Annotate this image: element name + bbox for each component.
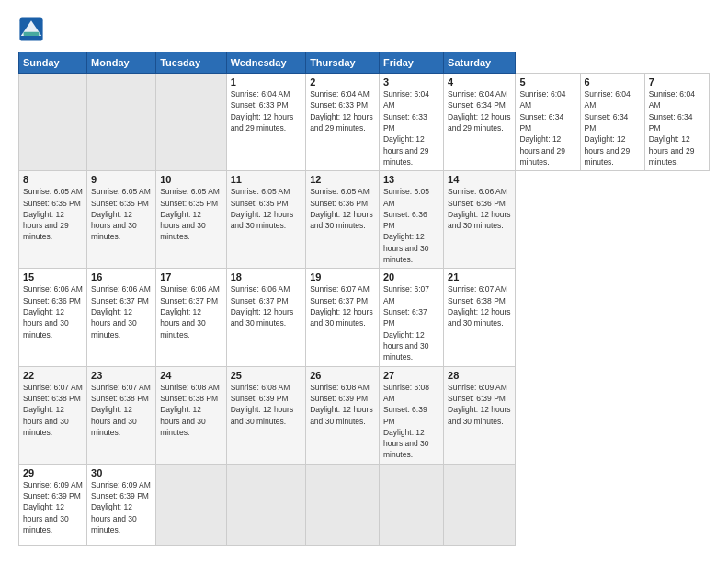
calendar-empty [306, 464, 380, 545]
day-info: Sunrise: 6:07 AMSunset: 6:38 PMDaylight:… [448, 283, 511, 328]
calendar-empty [156, 74, 226, 171]
day-number: 14 [448, 174, 511, 185]
day-info: Sunrise: 6:08 AMSunset: 6:39 PMDaylight:… [231, 382, 302, 427]
calendar-day-11: 11 Sunrise: 6:05 AMSunset: 6:35 PMDaylig… [226, 171, 306, 269]
calendar-week-4: 29 Sunrise: 6:09 AMSunset: 6:39 PMDaylig… [19, 464, 710, 545]
day-number: 21 [448, 271, 511, 282]
calendar-day-9: 9 Sunrise: 6:05 AMSunset: 6:35 PMDayligh… [87, 171, 156, 269]
day-info: Sunrise: 6:05 AMSunset: 6:35 PMDaylight:… [160, 186, 222, 243]
day-number: 11 [231, 174, 302, 185]
day-info: Sunrise: 6:05 AMSunset: 6:35 PMDaylight:… [91, 186, 152, 243]
calendar-day-8: 8 Sunrise: 6:05 AMSunset: 6:35 PMDayligh… [19, 171, 87, 269]
calendar-day-10: 10 Sunrise: 6:05 AMSunset: 6:35 PMDaylig… [156, 171, 226, 269]
weekday-header-monday: Monday [87, 52, 156, 74]
calendar-week-3: 22 Sunrise: 6:07 AMSunset: 6:38 PMDaylig… [19, 366, 710, 464]
calendar-empty [19, 74, 87, 171]
logo-icon [18, 17, 44, 42]
calendar-day-29: 29 Sunrise: 6:09 AMSunset: 6:39 PMDaylig… [19, 464, 87, 545]
calendar-day-4: 4 Sunrise: 6:04 AMSunset: 6:34 PMDayligh… [444, 74, 516, 171]
day-info: Sunrise: 6:04 AMSunset: 6:34 PMDaylight:… [585, 88, 641, 167]
calendar-week-0: 1 Sunrise: 6:04 AMSunset: 6:33 PMDayligh… [19, 74, 710, 171]
day-info: Sunrise: 6:04 AMSunset: 6:33 PMDaylight:… [383, 88, 439, 167]
calendar-day-21: 21 Sunrise: 6:07 AMSunset: 6:38 PMDaylig… [444, 269, 516, 366]
day-info: Sunrise: 6:06 AMSunset: 6:36 PMDaylight:… [448, 186, 511, 231]
day-number: 9 [91, 174, 152, 185]
day-info: Sunrise: 6:08 AMSunset: 6:39 PMDaylight:… [310, 382, 375, 427]
calendar-day-23: 23 Sunrise: 6:07 AMSunset: 6:38 PMDaylig… [87, 366, 156, 464]
header [18, 17, 710, 42]
day-info: Sunrise: 6:05 AMSunset: 6:36 PMDaylight:… [383, 186, 439, 265]
day-info: Sunrise: 6:05 AMSunset: 6:36 PMDaylight:… [310, 186, 375, 231]
calendar-empty [156, 464, 226, 545]
calendar-day-25: 25 Sunrise: 6:08 AMSunset: 6:39 PMDaylig… [226, 366, 306, 464]
calendar-empty [87, 74, 156, 171]
day-number: 23 [91, 370, 152, 381]
day-info: Sunrise: 6:09 AMSunset: 6:39 PMDaylight:… [448, 382, 511, 427]
day-number: 25 [231, 370, 302, 381]
calendar-day-27: 27 Sunrise: 6:08 AMSunset: 6:39 PMDaylig… [379, 366, 443, 464]
day-number: 13 [383, 174, 439, 185]
day-info: Sunrise: 6:06 AMSunset: 6:37 PMDaylight:… [160, 283, 222, 340]
day-number: 18 [231, 271, 302, 282]
day-info: Sunrise: 6:08 AMSunset: 6:38 PMDaylight:… [160, 382, 222, 439]
calendar-day-28: 28 Sunrise: 6:09 AMSunset: 6:39 PMDaylig… [444, 366, 516, 464]
day-info: Sunrise: 6:06 AMSunset: 6:36 PMDaylight:… [23, 283, 83, 340]
calendar-day-24: 24 Sunrise: 6:08 AMSunset: 6:38 PMDaylig… [156, 366, 226, 464]
calendar-day-26: 26 Sunrise: 6:08 AMSunset: 6:39 PMDaylig… [306, 366, 380, 464]
calendar-week-2: 15 Sunrise: 6:06 AMSunset: 6:36 PMDaylig… [19, 269, 710, 366]
day-number: 22 [23, 370, 83, 381]
calendar-day-16: 16 Sunrise: 6:06 AMSunset: 6:37 PMDaylig… [87, 269, 156, 366]
calendar-table: SundayMondayTuesdayWednesdayThursdayFrid… [18, 52, 710, 546]
calendar-day-12: 12 Sunrise: 6:05 AMSunset: 6:36 PMDaylig… [306, 171, 380, 269]
day-number: 1 [231, 76, 302, 87]
calendar-empty [379, 464, 443, 545]
day-info: Sunrise: 6:08 AMSunset: 6:39 PMDaylight:… [383, 382, 439, 461]
day-number: 17 [160, 271, 222, 282]
day-number: 24 [160, 370, 222, 381]
day-number: 4 [448, 76, 511, 87]
day-info: Sunrise: 6:04 AMSunset: 6:33 PMDaylight:… [231, 88, 302, 133]
logo [18, 17, 46, 42]
day-number: 16 [91, 271, 152, 282]
calendar-day-15: 15 Sunrise: 6:06 AMSunset: 6:36 PMDaylig… [19, 269, 87, 366]
day-number: 27 [383, 370, 439, 381]
day-number: 20 [383, 271, 439, 282]
day-number: 6 [585, 76, 641, 87]
day-number: 7 [649, 76, 705, 87]
day-info: Sunrise: 6:04 AMSunset: 6:34 PMDaylight:… [649, 88, 705, 167]
day-info: Sunrise: 6:06 AMSunset: 6:37 PMDaylight:… [231, 283, 302, 328]
day-number: 10 [160, 174, 222, 185]
page: SundayMondayTuesdayWednesdayThursdayFrid… [0, 0, 728, 563]
calendar-day-2: 2 Sunrise: 6:04 AMSunset: 6:33 PMDayligh… [306, 74, 380, 171]
weekday-header-friday: Friday [379, 52, 443, 74]
day-info: Sunrise: 6:07 AMSunset: 6:37 PMDaylight:… [310, 283, 375, 328]
calendar-day-1: 1 Sunrise: 6:04 AMSunset: 6:33 PMDayligh… [226, 74, 306, 171]
calendar-day-18: 18 Sunrise: 6:06 AMSunset: 6:37 PMDaylig… [226, 269, 306, 366]
calendar-day-3: 3 Sunrise: 6:04 AMSunset: 6:33 PMDayligh… [379, 74, 443, 171]
day-info: Sunrise: 6:05 AMSunset: 6:35 PMDaylight:… [231, 186, 302, 231]
day-number: 29 [23, 467, 83, 478]
calendar-day-20: 20 Sunrise: 6:07 AMSunset: 6:37 PMDaylig… [379, 269, 443, 366]
day-number: 5 [519, 76, 575, 87]
weekday-header-wednesday: Wednesday [226, 52, 306, 74]
day-info: Sunrise: 6:07 AMSunset: 6:38 PMDaylight:… [91, 382, 152, 439]
calendar-day-19: 19 Sunrise: 6:07 AMSunset: 6:37 PMDaylig… [306, 269, 380, 366]
day-info: Sunrise: 6:07 AMSunset: 6:38 PMDaylight:… [23, 382, 83, 439]
day-number: 30 [91, 467, 152, 478]
day-number: 19 [310, 271, 375, 282]
calendar-day-22: 22 Sunrise: 6:07 AMSunset: 6:38 PMDaylig… [19, 366, 87, 464]
day-info: Sunrise: 6:09 AMSunset: 6:39 PMDaylight:… [23, 479, 83, 536]
day-number: 2 [310, 76, 375, 87]
weekday-header-saturday: Saturday [444, 52, 516, 74]
day-info: Sunrise: 6:06 AMSunset: 6:37 PMDaylight:… [91, 283, 152, 340]
day-info: Sunrise: 6:05 AMSunset: 6:35 PMDaylight:… [23, 186, 83, 243]
calendar-empty [226, 464, 306, 545]
day-number: 3 [383, 76, 439, 87]
day-info: Sunrise: 6:07 AMSunset: 6:37 PMDaylight:… [383, 283, 439, 362]
day-info: Sunrise: 6:04 AMSunset: 6:33 PMDaylight:… [310, 88, 375, 133]
calendar-day-17: 17 Sunrise: 6:06 AMSunset: 6:37 PMDaylig… [156, 269, 226, 366]
calendar-day-6: 6 Sunrise: 6:04 AMSunset: 6:34 PMDayligh… [580, 74, 644, 171]
calendar-day-5: 5 Sunrise: 6:04 AMSunset: 6:34 PMDayligh… [516, 74, 580, 171]
day-info: Sunrise: 6:04 AMSunset: 6:34 PMDaylight:… [519, 88, 575, 167]
calendar-day-13: 13 Sunrise: 6:05 AMSunset: 6:36 PMDaylig… [379, 171, 443, 269]
